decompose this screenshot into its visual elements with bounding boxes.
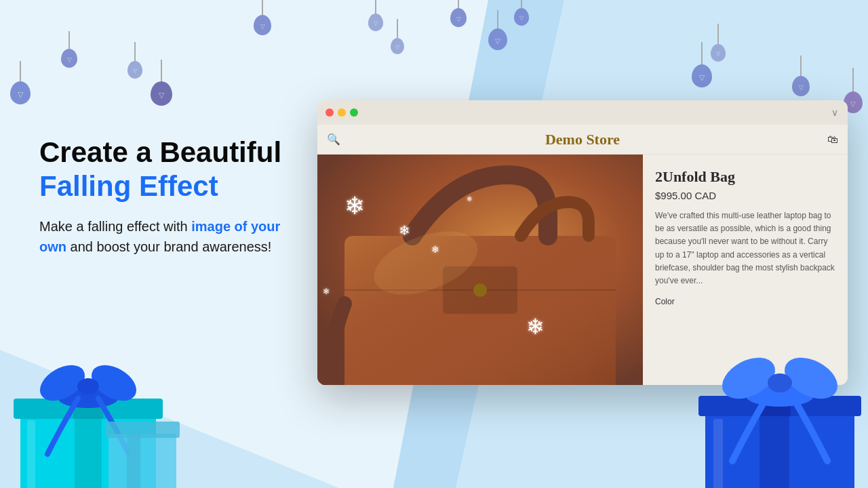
svg-point-4 — [473, 283, 487, 297]
svg-rect-16 — [127, 434, 140, 488]
svg-point-13 — [77, 378, 99, 394]
ornament-6: ▽ — [368, 0, 383, 31]
ornament-9: ▽ — [488, 10, 507, 50]
ornament-12: ▽ — [711, 24, 726, 62]
store-search-icon[interactable]: 🔍 — [327, 133, 340, 146]
gift-box-left — [14, 346, 190, 488]
store-nav: 🔍 Demo Store 🛍 — [317, 125, 848, 155]
ornament-7: ▽ — [391, 19, 404, 54]
ornament-13: ▽ — [792, 56, 810, 96]
headline-line2: Falling Effect — [39, 169, 311, 203]
svg-rect-14 — [27, 420, 35, 488]
left-content-panel: Create a Beautiful Falling Effect Make a… — [39, 136, 311, 257]
browser-titlebar: ∨ — [317, 100, 848, 125]
ornament-5: ▽ — [254, 0, 271, 35]
svg-rect-19 — [760, 412, 789, 488]
subtext-static-2: and boost your brand awareness! — [66, 239, 271, 254]
browser-chevron-icon: ∨ — [831, 107, 838, 118]
svg-rect-7 — [75, 413, 102, 488]
dot-red[interactable] — [326, 108, 334, 117]
product-name: 2Unfold Bag — [655, 168, 835, 186]
ornament-1: ▽ — [10, 61, 31, 104]
ornament-3: ▽ — [127, 42, 142, 79]
svg-point-25 — [768, 373, 792, 392]
ornament-4: ▽ — [151, 60, 172, 106]
dot-green[interactable] — [350, 108, 358, 117]
gift-box-right — [692, 339, 868, 488]
product-color-label: Color — [655, 297, 835, 306]
product-description: We've crafted this multi-use leather lap… — [655, 209, 835, 287]
subtext-static-1: Make a falling effect with — [39, 219, 191, 234]
store-cart-icon[interactable]: 🛍 — [827, 134, 838, 146]
browser-dots — [326, 108, 358, 117]
product-price: $995.00 CAD — [655, 190, 835, 201]
svg-rect-15 — [108, 434, 176, 488]
svg-rect-26 — [713, 419, 723, 488]
svg-rect-17 — [105, 422, 180, 438]
subtext-body: Make a falling effect with image of your… — [39, 216, 311, 257]
ornament-11: ▽ — [692, 42, 712, 87]
bag-visual — [317, 155, 643, 385]
ornament-8: ▽ — [450, 0, 467, 27]
ornament-10: ▽ — [514, 0, 529, 26]
product-image-area: ❄ ❄ ❄ ❄ ❄ ❄ — [317, 155, 643, 385]
dot-yellow[interactable] — [338, 108, 346, 117]
headline-line1: Create a Beautiful — [39, 136, 311, 169]
ornament-2: ▽ — [61, 31, 77, 68]
store-title: Demo Store — [545, 131, 620, 148]
